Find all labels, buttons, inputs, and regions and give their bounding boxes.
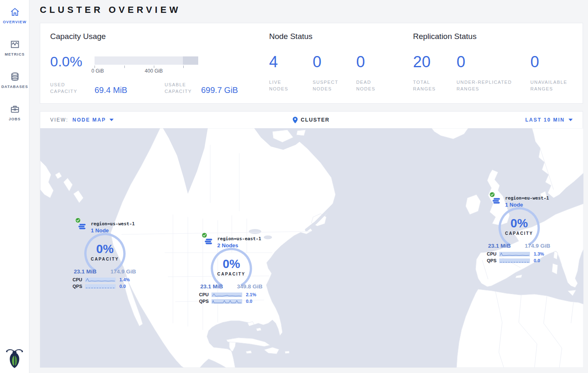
- gauge-tick-label: 400 GiB: [145, 68, 163, 74]
- home-icon: [0, 7, 29, 17]
- view-label: VIEW:: [50, 117, 68, 123]
- cpu-value: 1.3%: [534, 251, 544, 256]
- qps-label: QPS: [487, 258, 499, 263]
- capacity-percent: 0.0%: [50, 53, 95, 74]
- chevron-down-icon: [109, 119, 114, 121]
- qps-sparkline: [85, 284, 116, 289]
- replication-status-section: Replication Status 20 TOTAL RANGES 0 UND…: [413, 32, 582, 93]
- used-capacity: 23.1 MiB: [488, 243, 511, 249]
- capacity-ring-label: CAPACITY: [498, 231, 541, 236]
- qps-label: QPS: [199, 299, 211, 304]
- capacity-gauge-bar: [95, 56, 198, 65]
- locality-marker-us-east-1[interactable]: region=us-east-1 2 Nodes 0% CAPACITY 23.…: [195, 234, 268, 304]
- healthy-check-icon: [75, 217, 81, 223]
- gauge-tick-label: 0 GiB: [91, 68, 104, 74]
- cpu-sparkline: [211, 293, 242, 297]
- sidebar-item-label: JOBS: [0, 117, 29, 121]
- map-pin-icon: [292, 117, 298, 124]
- cpu-value: 1.4%: [119, 277, 130, 282]
- healthy-check-icon: [489, 192, 495, 197]
- capacity-usage-section: Capacity Usage 0.0% 0 GiB 400 Gi: [50, 32, 269, 93]
- databases-icon: [0, 71, 29, 82]
- view-selector[interactable]: VIEW: NODE MAP: [50, 117, 114, 123]
- node-map[interactable]: region=us-west-1 1 Node 0% CAPACITY 23.1…: [40, 128, 583, 368]
- cpu-label: CPU: [487, 251, 499, 256]
- locality-marker-eu-west-1[interactable]: region=eu-west-1 1 Node 0% CAPACITY 23.1…: [483, 194, 556, 263]
- region-label: region=eu-west-1: [505, 195, 549, 201]
- locality-marker-us-west-1[interactable]: region=us-west-1 1 Node 0% CAPACITY 23.1…: [68, 219, 141, 289]
- sidebar-item-jobs[interactable]: JOBS: [0, 98, 29, 125]
- qps-value: 0.0: [534, 258, 540, 263]
- node-status-section: Node Status 4 LIVE NODES 0 SUSPECT NODES…: [269, 32, 413, 93]
- dead-nodes-label: DEAD NODES: [356, 79, 385, 92]
- dead-nodes-value: 0: [356, 53, 400, 71]
- replication-status-title: Replication Status: [413, 32, 582, 41]
- breadcrumb-label: CLUSTER: [301, 117, 330, 123]
- cpu-label: CPU: [199, 292, 211, 297]
- view-value: NODE MAP: [73, 117, 106, 123]
- unavailable-ranges-stat: 0 UNAVAILABLE RANGES: [530, 53, 582, 92]
- suspect-nodes-stat: 0 SUSPECT NODES: [313, 53, 356, 92]
- qps-value: 0.0: [246, 299, 252, 304]
- breadcrumb[interactable]: CLUSTER: [292, 117, 330, 124]
- region-label: region=us-west-1: [91, 221, 135, 227]
- used-capacity-label: USED CAPACITY: [50, 81, 95, 95]
- qps-sparkline: [211, 299, 242, 304]
- page-title: CLUSTER OVERVIEW: [40, 4, 583, 16]
- time-range-selector[interactable]: LAST 10 MIN: [525, 117, 573, 123]
- capacity-ring-percent: 0%: [83, 232, 126, 256]
- under-replicated-value: 0: [457, 53, 530, 71]
- sidebar-item-label: OVERVIEW: [0, 20, 29, 24]
- sidebar-item-overview[interactable]: OVERVIEW: [0, 1, 29, 28]
- live-nodes-label: LIVE NODES: [269, 79, 298, 92]
- qps-label: QPS: [73, 284, 85, 289]
- used-capacity: 23.1 MiB: [200, 283, 223, 290]
- cockroachdb-logo: [5, 347, 24, 371]
- sidebar-item-label: METRICS: [0, 52, 29, 56]
- jobs-icon: [0, 104, 29, 115]
- main-content: CLUSTER OVERVIEW Capacity Usage 0.0%: [29, 0, 588, 373]
- capacity-ring-label: CAPACITY: [83, 257, 126, 261]
- usable-capacity-value: 699.7 GiB: [201, 85, 258, 95]
- live-nodes-value: 4: [269, 53, 313, 71]
- cpu-sparkline: [85, 278, 116, 282]
- time-range-value: LAST 10 MIN: [525, 117, 565, 123]
- chevron-down-icon: [569, 119, 573, 121]
- healthy-check-icon: [202, 232, 207, 238]
- cpu-label: CPU: [73, 277, 85, 282]
- sidebar-item-metrics[interactable]: METRICS: [0, 33, 29, 61]
- total-ranges-value: 20: [413, 53, 457, 71]
- sidebar-item-label: DATABASES: [0, 85, 29, 89]
- unavailable-ranges-label: UNAVAILABLE RANGES: [530, 79, 576, 92]
- nodes-icon: [78, 222, 87, 230]
- total-ranges-stat: 20 TOTAL RANGES: [413, 53, 457, 92]
- capacity-gauge: 0 GiB 400 GiB: [95, 56, 198, 74]
- live-nodes-stat: 4 LIVE NODES: [269, 53, 313, 92]
- nodes-icon: [492, 196, 501, 205]
- qps-sparkline: [499, 258, 530, 263]
- metrics-icon: [0, 39, 29, 50]
- map-toolbar: VIEW: NODE MAP CLUSTER LAST 10 MIN: [40, 112, 583, 128]
- under-replicated-label: UNDER-REPLICATED RANGES: [457, 79, 523, 92]
- qps-value: 0.0: [119, 284, 126, 289]
- region-label: region=us-east-1: [217, 236, 261, 241]
- nodes-icon: [204, 237, 213, 245]
- suspect-nodes-label: SUSPECT NODES: [313, 79, 342, 92]
- total-capacity: 174.9 GiB: [110, 268, 136, 275]
- total-capacity: 174.9 GiB: [525, 243, 550, 249]
- usable-capacity-label: USABLE CAPACITY: [165, 81, 201, 95]
- capacity-ring-label: CAPACITY: [210, 272, 253, 276]
- unavailable-ranges-value: 0: [530, 53, 582, 71]
- node-map-card: VIEW: NODE MAP CLUSTER LAST 10 MIN: [40, 111, 583, 368]
- used-capacity: 23.1 MiB: [74, 268, 97, 275]
- node-status-title: Node Status: [269, 32, 413, 41]
- sidebar-item-databases[interactable]: DATABASES: [0, 66, 29, 93]
- total-capacity: 349.8 GiB: [237, 283, 262, 290]
- capacity-ring-percent: 0%: [210, 247, 253, 271]
- cluster-summary-card: Capacity Usage 0.0% 0 GiB 400 Gi: [40, 23, 583, 104]
- capacity-usage-title: Capacity Usage: [50, 32, 269, 41]
- cpu-sparkline: [499, 252, 530, 256]
- total-ranges-label: TOTAL RANGES: [413, 79, 442, 92]
- dead-nodes-stat: 0 DEAD NODES: [356, 53, 400, 92]
- capacity-ring-percent: 0%: [498, 206, 541, 230]
